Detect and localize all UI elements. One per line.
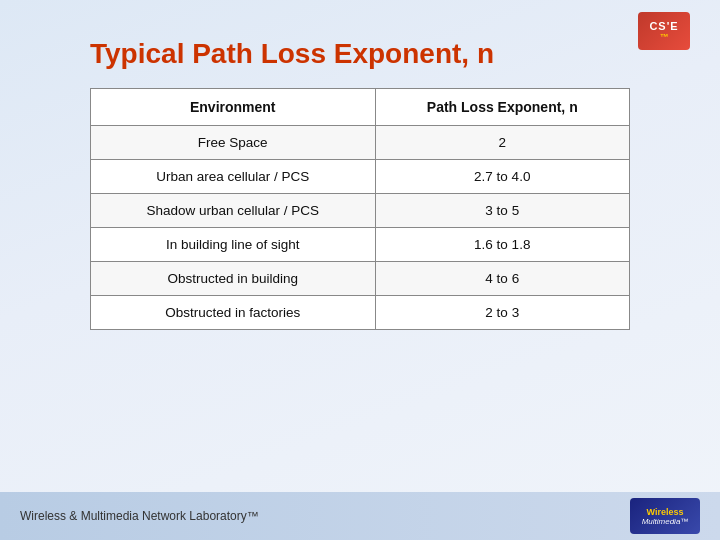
top-logo-box: CS'E ™ <box>638 12 690 50</box>
footer-logo-line2: Multimedia™ <box>642 517 689 526</box>
footer-logo-box: Wireless Multimedia™ <box>630 498 700 534</box>
page-container: CS'E ™ Typical Path Loss Exponent, n Env… <box>0 0 720 540</box>
cell-exponent: 2 <box>375 126 630 160</box>
path-loss-table: Environment Path Loss Exponent, n Free S… <box>90 88 630 330</box>
cell-environment: Obstructed in factories <box>91 296 376 330</box>
cell-environment: Obstructed in building <box>91 262 376 296</box>
top-logo-area: CS'E ™ <box>638 12 690 50</box>
table-row: Obstructed in building4 to 6 <box>91 262 630 296</box>
table-row: Free Space2 <box>91 126 630 160</box>
footer-text: Wireless & Multimedia Network Laboratory… <box>20 509 259 523</box>
cell-environment: Urban area cellular / PCS <box>91 160 376 194</box>
cell-exponent: 4 to 6 <box>375 262 630 296</box>
table-row: Obstructed in factories2 to 3 <box>91 296 630 330</box>
cell-environment: In building line of sight <box>91 228 376 262</box>
cell-exponent: 3 to 5 <box>375 194 630 228</box>
page-title: Typical Path Loss Exponent, n <box>40 38 680 70</box>
footer-logo-line1: Wireless <box>647 507 684 517</box>
cell-exponent: 2 to 3 <box>375 296 630 330</box>
table-row: Shadow urban cellular / PCS3 to 5 <box>91 194 630 228</box>
logo-text-top: CS'E <box>649 20 678 32</box>
cell-exponent: 1.6 to 1.8 <box>375 228 630 262</box>
table-row: In building line of sight1.6 to 1.8 <box>91 228 630 262</box>
table-row: Urban area cellular / PCS2.7 to 4.0 <box>91 160 630 194</box>
table-wrapper: Environment Path Loss Exponent, n Free S… <box>40 88 680 330</box>
cell-environment: Free Space <box>91 126 376 160</box>
cell-environment: Shadow urban cellular / PCS <box>91 194 376 228</box>
table-header-row: Environment Path Loss Exponent, n <box>91 89 630 126</box>
col-header-exponent: Path Loss Exponent, n <box>375 89 630 126</box>
col-header-environment: Environment <box>91 89 376 126</box>
footer: Wireless & Multimedia Network Laboratory… <box>0 492 720 540</box>
cell-exponent: 2.7 to 4.0 <box>375 160 630 194</box>
logo-text-bottom: ™ <box>660 32 669 42</box>
